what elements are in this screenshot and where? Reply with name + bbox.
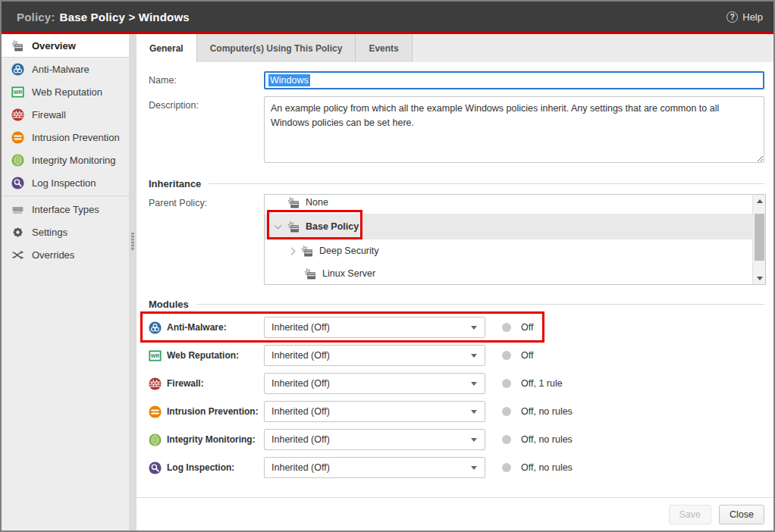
status-dot (502, 407, 511, 416)
dropdown-arrow-icon (471, 410, 477, 414)
module-label: Web Reputation: (149, 349, 264, 362)
tree-item-label: Base Policy (306, 221, 359, 232)
web-reputation-icon (149, 349, 162, 362)
footer-button-bar: Save Close (136, 497, 773, 530)
modules-section-header: Modules (149, 299, 764, 310)
tree-item-none[interactable]: None (265, 194, 752, 214)
web-reputation-state-dropdown[interactable]: Inherited (Off) (264, 345, 485, 366)
intrusion-prevention-icon (149, 405, 162, 418)
parent-policy-tree: None Base Policy Dee (265, 194, 752, 284)
description-label: Description: (149, 96, 264, 166)
help-label: Help (742, 11, 763, 23)
sidebar-item-log-inspection[interactable]: Log Inspection (2, 171, 129, 194)
policy-icon (304, 268, 317, 280)
log-inspection-icon (149, 462, 162, 474)
sidebar-item-settings[interactable]: Settings (2, 221, 129, 243)
status-dot (502, 379, 511, 388)
scroll-down-button[interactable] (753, 272, 766, 284)
dropdown-arrow-icon (471, 466, 477, 470)
settings-gear-icon (11, 226, 24, 239)
save-button[interactable]: Save (669, 505, 712, 524)
policy-icon (11, 39, 24, 52)
section-rule (209, 183, 764, 184)
sidebar-item-integrity-monitoring[interactable]: Integrity Monitoring (2, 149, 129, 171)
scroll-up-button[interactable] (753, 195, 766, 207)
sidebar-item-intrusion-prevention[interactable]: Intrusion Prevention (2, 126, 129, 149)
policy-icon (287, 196, 300, 209)
parent-policy-label: Parent Policy: (149, 194, 264, 285)
module-status-text: Off, no rules (521, 434, 573, 445)
firewall-icon (11, 108, 24, 121)
dropdown-selected-value: Inherited (Off) (271, 406, 330, 417)
firewall-state-dropdown[interactable]: Inherited (Off) (264, 373, 485, 394)
sidebar-item-interface-types[interactable]: Interface Types (2, 198, 129, 221)
tab-bar: General Computer(s) Using This Policy Ev… (136, 34, 773, 62)
name-input[interactable]: Windows (264, 71, 764, 89)
sidebar-item-label: Log Inspection (32, 177, 96, 189)
inheritance-section-header: Inheritance (149, 178, 764, 189)
web-reputation-icon (11, 86, 24, 99)
dropdown-selected-value: Inherited (Off) (271, 322, 330, 333)
tree-item-label: None (306, 197, 328, 208)
chevron-right-icon[interactable] (288, 247, 296, 255)
tab-events[interactable]: Events (356, 34, 412, 62)
scrollbar-thumb[interactable] (755, 214, 764, 261)
module-status-text: Off (521, 322, 533, 333)
sidebar-item-label: Web Reputation (32, 86, 102, 98)
inheritance-section-title: Inheritance (149, 178, 201, 189)
sidebar-item-label: Intrusion Prevention (32, 132, 120, 143)
interface-types-icon (11, 203, 24, 216)
log-inspection-icon (11, 177, 24, 189)
integrity-monitoring-state-dropdown[interactable]: Inherited (Off) (264, 429, 485, 450)
integrity-monitoring-icon (11, 154, 24, 167)
module-label: Intrusion Prevention: (149, 405, 264, 418)
status-dot (502, 351, 511, 360)
policy-icon (287, 221, 300, 233)
sidebar-item-label: Anti-Malware (32, 64, 89, 75)
sidebar-item-anti-malware[interactable]: Anti-Malware (2, 58, 129, 80)
dropdown-arrow-icon (471, 438, 477, 442)
title-bar: Policy:Base Policy > Windows ? Help (2, 2, 773, 32)
anti-malware-icon (11, 63, 24, 76)
log-inspection-state-dropdown[interactable]: Inherited (Off) (264, 457, 485, 478)
tree-item-base-policy[interactable]: Base Policy (265, 214, 752, 239)
splitter-grip-handle[interactable] (131, 233, 134, 251)
sidebar-item-label: Settings (32, 227, 67, 238)
module-row-integrity-monitoring: Integrity Monitoring: Inherited (Off) Of… (149, 429, 764, 450)
close-button[interactable]: Close (719, 505, 764, 524)
module-status-text: Off, 1 rule (521, 378, 563, 389)
modules-section-title: Modules (149, 299, 189, 310)
chevron-down-icon[interactable] (275, 222, 282, 230)
anti-malware-state-dropdown[interactable]: Inherited (Off) (264, 317, 485, 338)
sidebar-separator (2, 196, 129, 196)
sidebar-item-label: Interface Types (32, 204, 99, 215)
sidebar-splitter[interactable] (129, 34, 136, 530)
sidebar-item-overrides[interactable]: Overrides (2, 243, 129, 266)
tab-general[interactable]: General (136, 34, 197, 62)
scroll-up-icon (757, 199, 763, 203)
scroll-down-icon (757, 277, 763, 280)
module-label: Integrity Monitoring: (149, 433, 264, 446)
help-icon: ? (726, 11, 738, 23)
tree-item-label: Linux Server (322, 268, 375, 279)
intrusion-prevention-state-dropdown[interactable]: Inherited (Off) (264, 401, 485, 422)
module-status-text: Off, no rules (521, 406, 573, 417)
sidebar-item-overview[interactable]: Overview (2, 34, 129, 58)
description-textarea[interactable]: An example policy from which all the exa… (264, 96, 764, 163)
tab-computers-using-policy[interactable]: Computer(s) Using This Policy (197, 34, 356, 62)
sidebar-item-label: Overview (32, 40, 76, 52)
page-title: Policy:Base Policy > Windows (17, 11, 190, 23)
tree-item-deep-security[interactable]: Deep Security (265, 239, 752, 262)
sidebar-item-firewall[interactable]: Firewall (2, 103, 129, 126)
tree-item-linux-server[interactable]: Linux Server (265, 262, 752, 284)
firewall-icon (149, 377, 162, 390)
sidebar-item-web-reputation[interactable]: Web Reputation (2, 80, 129, 103)
overrides-shuffle-icon (11, 249, 24, 261)
sidebar-item-label: Integrity Monitoring (32, 155, 116, 166)
module-label: Anti-Malware: (149, 321, 264, 334)
help-button[interactable]: ? Help (726, 11, 763, 23)
tree-scrollbar[interactable] (752, 195, 765, 284)
general-tab-panel: Name: Windows Description: An example po… (136, 62, 773, 497)
intrusion-prevention-icon (11, 131, 24, 144)
anti-malware-icon (149, 321, 162, 334)
